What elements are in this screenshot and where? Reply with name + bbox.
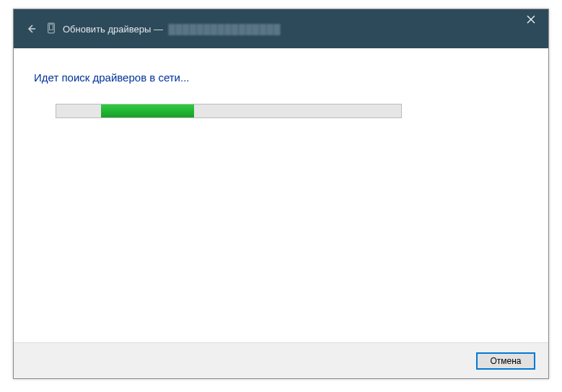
driver-update-dialog: Обновить драйверы — ████████████████ Иде… [13,9,549,379]
titlebar: Обновить драйверы — ████████████████ [14,9,548,48]
progress-bar [56,104,402,118]
progress-fill [101,104,194,117]
title-prefix: Обновить драйверы — [63,24,163,35]
close-icon[interactable] [514,9,548,30]
svg-rect-1 [49,24,53,30]
svg-rect-0 [48,23,55,33]
cancel-button[interactable]: Отмена [476,352,535,370]
footer: Отмена [14,342,548,378]
status-heading: Идет поиск драйверов в сети... [34,71,528,84]
content-area: Идет поиск драйверов в сети... [14,48,548,342]
back-arrow-icon[interactable] [22,20,40,37]
window-title: Обновить драйверы — ████████████████ [63,24,281,35]
device-name: ████████████████ [169,24,281,35]
device-icon [47,22,57,35]
